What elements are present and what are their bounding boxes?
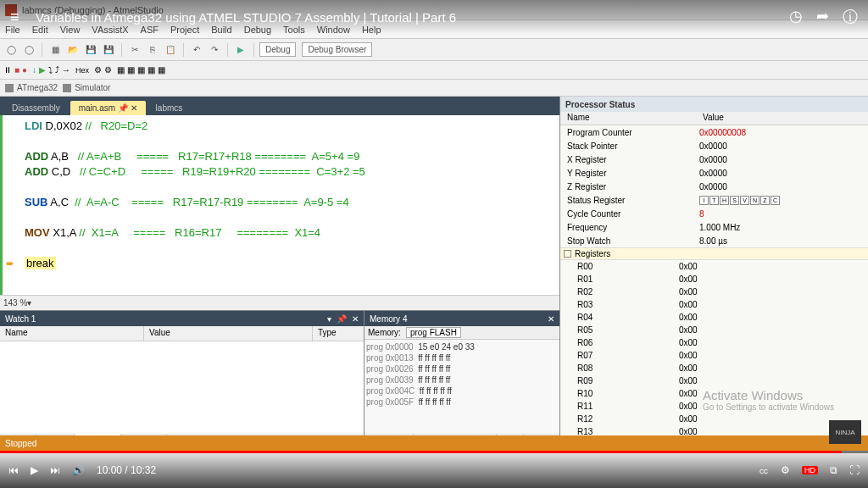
memory-select[interactable]: prog FLASH	[406, 327, 461, 338]
next-icon[interactable]: ⏭	[50, 464, 60, 476]
tool-icon-1[interactable]: ⚙	[94, 65, 102, 75]
tab-disassembly[interactable]: Disassembly	[3, 101, 69, 115]
fullscreen-icon[interactable]: ⛶	[849, 464, 860, 476]
proc-row: Z Register0x0000	[560, 180, 868, 193]
memory-label: Memory:	[368, 328, 401, 337]
register-row: R010x00	[560, 273, 868, 286]
prev-icon[interactable]: ⏮	[8, 464, 19, 476]
memory-dump[interactable]: prog 0x0000 15 e0 24 e0 33prog 0x0013 ff…	[364, 340, 559, 434]
register-row: R040x00	[560, 311, 868, 324]
progress-bar[interactable]	[0, 451, 868, 453]
youtube-controls: ⏮ ▶ ⏭ 🔊 10:00 / 10:32 ㏄ ⚙ HD ⧉ ⛶	[0, 451, 868, 488]
undo-icon[interactable]: ↶	[189, 42, 204, 58]
proc-row: Status RegisterITHSVNZC	[560, 193, 868, 207]
tool-icon-7[interactable]: ▦	[158, 65, 165, 75]
proc-row: Program Counter0x00000008	[560, 125, 868, 139]
col-value[interactable]: Value	[144, 326, 313, 341]
close-icon[interactable]: ✕	[131, 103, 137, 113]
breakpoint-arrow-icon[interactable]: ➨	[6, 256, 14, 271]
browser-dropdown[interactable]: Debug Browser	[302, 42, 372, 57]
register-row: R090x00	[560, 374, 868, 387]
cut-icon[interactable]: ✂	[127, 42, 142, 58]
crumb-tool[interactable]: Simulator	[75, 83, 110, 92]
registers-header[interactable]: Registers	[560, 247, 868, 260]
processor-title: Processor Status	[560, 97, 868, 112]
register-row: R000x00	[560, 260, 868, 273]
dropdown-icon[interactable]: ▾	[327, 314, 331, 324]
ninja-logo: NINJA	[829, 420, 861, 444]
run-to-cursor-icon[interactable]: →	[62, 65, 70, 75]
memory-title: Memory 4	[370, 314, 407, 324]
col-name[interactable]: Name	[0, 326, 144, 341]
share-icon[interactable]: ➦	[816, 7, 829, 27]
save-all-icon[interactable]: 💾	[101, 42, 116, 58]
nav-back-icon[interactable]: ◯	[3, 42, 19, 58]
hex-toggle[interactable]: Hex	[75, 66, 89, 75]
nav-fwd-icon[interactable]: ◯	[21, 42, 36, 58]
close-icon[interactable]: ✕	[548, 314, 554, 324]
watch-title: Watch 1	[5, 314, 36, 324]
tool-icon-5[interactable]: ▦	[137, 65, 145, 75]
col-value: Value	[696, 112, 868, 125]
info-icon[interactable]: ⓘ	[843, 7, 858, 27]
editor-tabs: Disassembly main.asm 📌 ✕ labmcs	[0, 97, 559, 115]
watch-panel: Watch 1▾📌✕ Name Value Type AutosLocalsWa…	[0, 311, 364, 451]
windows-watermark: Activate WindowsGo to Settings to activa…	[703, 388, 834, 412]
proc-row: Y Register0x0000	[560, 166, 868, 180]
time-display: 10:00 / 10:32	[97, 464, 156, 476]
copy-icon[interactable]: ⎘	[145, 42, 160, 58]
tool-icon-4[interactable]: ▦	[127, 65, 135, 75]
tab-labmcs[interactable]: labmcs	[147, 101, 192, 115]
step-into-icon[interactable]: ↓	[32, 65, 36, 75]
memory-panel: Memory 4✕ Memory:prog FLASH prog 0x0000 …	[364, 311, 559, 451]
register-row: R030x00	[560, 298, 868, 311]
code-editor[interactable]: LDI D,0X02 // R20=D=2 ADD A,B // A=A+B =…	[0, 115, 559, 295]
break-all-icon[interactable]: ⏸	[3, 65, 12, 75]
continue-icon[interactable]: ▶	[39, 65, 46, 75]
register-row: R070x00	[560, 349, 868, 362]
proc-row: Cycle Counter8	[560, 207, 868, 220]
step-over-icon[interactable]: ⤵	[48, 65, 53, 75]
redo-icon[interactable]: ↷	[207, 42, 222, 58]
play-icon[interactable]: ▶	[31, 464, 38, 476]
run-icon[interactable]: ▶	[233, 42, 248, 58]
watch-later-icon[interactable]: ◷	[789, 7, 803, 27]
register-row: R080x00	[560, 362, 868, 374]
tool-icon-6[interactable]: ▦	[147, 65, 155, 75]
proc-row: Stack Pointer0x0000	[560, 139, 868, 152]
breadcrumb: ATmega32 Simulator	[0, 80, 868, 97]
save-icon[interactable]: 💾	[83, 42, 98, 58]
open-icon[interactable]: 📂	[65, 42, 81, 58]
cc-icon[interactable]: ㏄	[759, 463, 769, 478]
proc-row: Stop Watch8.00 µs	[560, 234, 868, 247]
watch-body[interactable]	[0, 341, 364, 434]
stop-icon[interactable]: ■	[14, 65, 19, 75]
pin-icon[interactable]: 📌	[118, 103, 128, 113]
miniplayer-icon[interactable]: ⧉	[830, 464, 837, 476]
youtube-header: ≡ Variables in Atmega32 using ATMEL STUD…	[0, 0, 868, 34]
col-name: Name	[560, 112, 696, 125]
tool-icon-3[interactable]: ▦	[117, 65, 125, 75]
restart-icon[interactable]: ●	[22, 65, 27, 75]
zoom-level[interactable]: 143 % ▾	[0, 295, 559, 310]
toolbar-debug: ⏸ ■ ● ↓ ▶ ⤵ ⤴ → Hex ⚙ ⚙ ▦ ▦ ▦ ▦ ▦	[0, 61, 868, 80]
pin-icon[interactable]: 📌	[337, 314, 347, 324]
col-type[interactable]: Type	[313, 326, 364, 341]
tab-main-asm[interactable]: main.asm 📌 ✕	[70, 101, 146, 115]
toolbar-main: ◯ ◯ ▦ 📂 💾 💾 ✂ ⎘ 📋 ↶ ↷ ▶ Debug Debug Brow…	[0, 39, 868, 61]
close-icon[interactable]: ✕	[352, 314, 359, 324]
crumb-project[interactable]: ATmega32	[17, 83, 58, 92]
tool-icon-2[interactable]: ⚙	[104, 65, 112, 75]
volume-icon[interactable]: 🔊	[72, 464, 85, 476]
step-out-icon[interactable]: ⤴	[55, 65, 59, 75]
proc-row: Frequency1.000 MHz	[560, 220, 868, 234]
new-icon[interactable]: ▦	[47, 42, 63, 58]
config-dropdown[interactable]: Debug	[259, 42, 296, 57]
yt-menu-icon[interactable]: ≡	[10, 8, 27, 26]
register-row: R050x00	[560, 324, 868, 336]
paste-icon[interactable]: 📋	[163, 42, 178, 58]
settings-icon[interactable]: ⚙	[781, 464, 790, 476]
quality-badge[interactable]: HD	[802, 466, 818, 474]
register-row: R020x00	[560, 286, 868, 298]
break-statement: break	[25, 257, 56, 269]
